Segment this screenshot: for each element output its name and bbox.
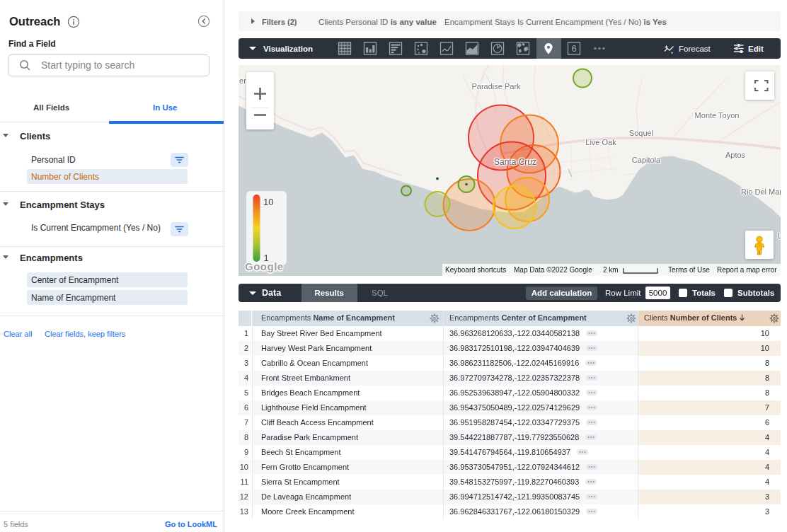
svg-text:6: 6: [571, 43, 576, 54]
